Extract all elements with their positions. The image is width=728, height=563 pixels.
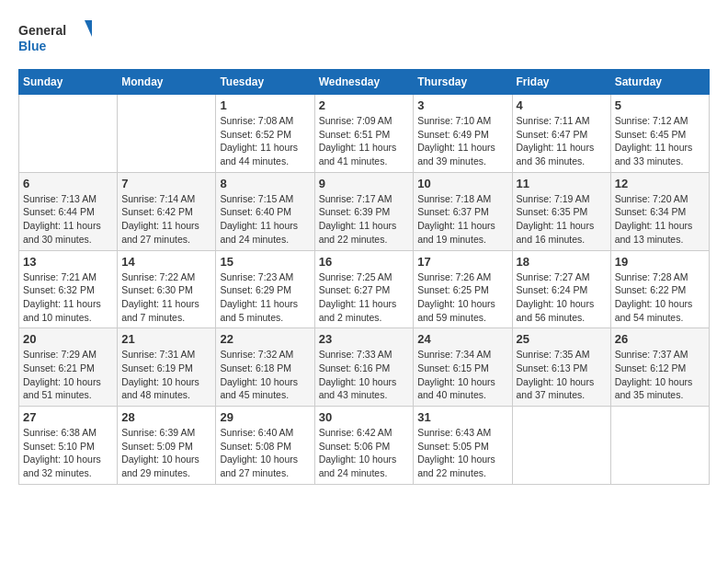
day-info: Sunrise: 6:39 AM Sunset: 5:09 PM Dayligh… <box>121 426 211 480</box>
day-number: 22 <box>220 332 310 346</box>
logo-svg: General Blue <box>18 18 92 60</box>
day-info: Sunrise: 7:32 AM Sunset: 6:18 PM Dayligh… <box>220 348 310 402</box>
day-number: 25 <box>517 332 607 346</box>
calendar-week-row: 1Sunrise: 7:08 AM Sunset: 6:52 PM Daylig… <box>19 95 710 173</box>
calendar-cell: 1Sunrise: 7:08 AM Sunset: 6:52 PM Daylig… <box>216 95 314 173</box>
calendar-cell: 11Sunrise: 7:19 AM Sunset: 6:35 PM Dayli… <box>512 172 610 250</box>
calendar-cell <box>512 407 610 485</box>
day-number: 11 <box>517 177 607 190</box>
calendar-cell: 26Sunrise: 7:37 AM Sunset: 6:12 PM Dayli… <box>610 328 709 407</box>
calendar-cell: 13Sunrise: 7:21 AM Sunset: 6:32 PM Dayli… <box>19 250 118 328</box>
day-info: Sunrise: 7:28 AM Sunset: 6:22 PM Dayligh… <box>615 270 705 325</box>
weekday-header: Friday <box>512 70 610 95</box>
weekday-header: Sunday <box>19 70 118 95</box>
calendar-cell: 24Sunrise: 7:34 AM Sunset: 6:15 PM Dayli… <box>414 328 512 407</box>
day-number: 26 <box>615 332 705 346</box>
day-info: Sunrise: 7:17 AM Sunset: 6:39 PM Dayligh… <box>319 192 410 247</box>
day-number: 12 <box>615 177 705 190</box>
day-info: Sunrise: 7:20 AM Sunset: 6:34 PM Dayligh… <box>615 192 705 247</box>
day-number: 20 <box>23 332 113 346</box>
day-number: 6 <box>23 177 113 190</box>
calendar-cell: 12Sunrise: 7:20 AM Sunset: 6:34 PM Dayli… <box>610 172 709 250</box>
calendar-cell: 10Sunrise: 7:18 AM Sunset: 6:37 PM Dayli… <box>414 172 512 250</box>
svg-marker-2 <box>85 20 92 37</box>
day-number: 17 <box>417 255 507 269</box>
calendar-cell: 30Sunrise: 6:42 AM Sunset: 5:06 PM Dayli… <box>314 407 414 485</box>
calendar-week-row: 27Sunrise: 6:38 AM Sunset: 5:10 PM Dayli… <box>19 407 710 485</box>
calendar-cell: 31Sunrise: 6:43 AM Sunset: 5:05 PM Dayli… <box>414 407 512 485</box>
day-number: 4 <box>517 98 607 112</box>
logo: General Blue <box>18 18 92 60</box>
calendar-week-row: 6Sunrise: 7:13 AM Sunset: 6:44 PM Daylig… <box>19 172 710 250</box>
calendar-cell: 21Sunrise: 7:31 AM Sunset: 6:19 PM Dayli… <box>118 328 216 407</box>
svg-text:Blue: Blue <box>18 39 47 53</box>
calendar-week-row: 13Sunrise: 7:21 AM Sunset: 6:32 PM Dayli… <box>19 250 710 328</box>
calendar-cell <box>19 95 118 173</box>
day-number: 14 <box>121 255 211 269</box>
day-info: Sunrise: 7:29 AM Sunset: 6:21 PM Dayligh… <box>23 348 113 402</box>
day-info: Sunrise: 6:42 AM Sunset: 5:06 PM Dayligh… <box>319 426 410 480</box>
weekday-header-row: SundayMondayTuesdayWednesdayThursdayFrid… <box>19 70 710 95</box>
page-header: General Blue <box>18 18 710 60</box>
day-info: Sunrise: 6:40 AM Sunset: 5:08 PM Dayligh… <box>220 426 310 480</box>
day-info: Sunrise: 6:43 AM Sunset: 5:05 PM Dayligh… <box>417 426 507 480</box>
day-number: 3 <box>417 98 507 112</box>
calendar-cell <box>118 95 216 173</box>
day-number: 29 <box>220 410 310 424</box>
calendar-cell: 19Sunrise: 7:28 AM Sunset: 6:22 PM Dayli… <box>610 250 709 328</box>
calendar-cell: 22Sunrise: 7:32 AM Sunset: 6:18 PM Dayli… <box>216 328 314 407</box>
day-number: 31 <box>417 410 507 424</box>
day-number: 8 <box>220 177 310 190</box>
weekday-header: Thursday <box>414 70 512 95</box>
day-info: Sunrise: 7:15 AM Sunset: 6:40 PM Dayligh… <box>220 192 310 247</box>
day-number: 5 <box>615 98 705 112</box>
day-number: 28 <box>121 410 211 424</box>
day-number: 7 <box>121 177 211 190</box>
day-number: 19 <box>615 255 705 269</box>
svg-text:General: General <box>18 23 66 38</box>
calendar-cell: 9Sunrise: 7:17 AM Sunset: 6:39 PM Daylig… <box>314 172 414 250</box>
calendar-week-row: 20Sunrise: 7:29 AM Sunset: 6:21 PM Dayli… <box>19 328 710 407</box>
day-number: 15 <box>220 255 310 269</box>
calendar-cell: 20Sunrise: 7:29 AM Sunset: 6:21 PM Dayli… <box>19 328 118 407</box>
day-number: 27 <box>23 410 113 424</box>
calendar-cell: 23Sunrise: 7:33 AM Sunset: 6:16 PM Dayli… <box>314 328 414 407</box>
day-info: Sunrise: 6:38 AM Sunset: 5:10 PM Dayligh… <box>23 426 113 480</box>
weekday-header: Tuesday <box>216 70 314 95</box>
calendar-cell: 18Sunrise: 7:27 AM Sunset: 6:24 PM Dayli… <box>512 250 610 328</box>
day-info: Sunrise: 7:12 AM Sunset: 6:45 PM Dayligh… <box>615 114 705 168</box>
day-number: 18 <box>517 255 607 269</box>
day-number: 30 <box>319 410 410 424</box>
weekday-header: Saturday <box>610 70 709 95</box>
calendar-cell: 25Sunrise: 7:35 AM Sunset: 6:13 PM Dayli… <box>512 328 610 407</box>
day-info: Sunrise: 7:31 AM Sunset: 6:19 PM Dayligh… <box>121 348 211 402</box>
day-number: 21 <box>121 332 211 346</box>
day-info: Sunrise: 7:10 AM Sunset: 6:49 PM Dayligh… <box>417 114 507 168</box>
calendar-cell: 29Sunrise: 6:40 AM Sunset: 5:08 PM Dayli… <box>216 407 314 485</box>
day-info: Sunrise: 7:08 AM Sunset: 6:52 PM Dayligh… <box>220 114 310 168</box>
day-info: Sunrise: 7:35 AM Sunset: 6:13 PM Dayligh… <box>517 348 607 402</box>
day-number: 16 <box>319 255 410 269</box>
day-info: Sunrise: 7:34 AM Sunset: 6:15 PM Dayligh… <box>417 348 507 402</box>
calendar-cell: 3Sunrise: 7:10 AM Sunset: 6:49 PM Daylig… <box>414 95 512 173</box>
calendar-cell: 17Sunrise: 7:26 AM Sunset: 6:25 PM Dayli… <box>414 250 512 328</box>
calendar-cell: 2Sunrise: 7:09 AM Sunset: 6:51 PM Daylig… <box>314 95 414 173</box>
calendar-cell: 8Sunrise: 7:15 AM Sunset: 6:40 PM Daylig… <box>216 172 314 250</box>
calendar-cell: 16Sunrise: 7:25 AM Sunset: 6:27 PM Dayli… <box>314 250 414 328</box>
day-number: 24 <box>417 332 507 346</box>
calendar-cell: 14Sunrise: 7:22 AM Sunset: 6:30 PM Dayli… <box>118 250 216 328</box>
calendar-cell: 28Sunrise: 6:39 AM Sunset: 5:09 PM Dayli… <box>118 407 216 485</box>
day-info: Sunrise: 7:22 AM Sunset: 6:30 PM Dayligh… <box>121 270 211 325</box>
calendar-cell: 27Sunrise: 6:38 AM Sunset: 5:10 PM Dayli… <box>19 407 118 485</box>
calendar-cell: 5Sunrise: 7:12 AM Sunset: 6:45 PM Daylig… <box>610 95 709 173</box>
calendar-cell: 15Sunrise: 7:23 AM Sunset: 6:29 PM Dayli… <box>216 250 314 328</box>
day-info: Sunrise: 7:27 AM Sunset: 6:24 PM Dayligh… <box>517 270 607 325</box>
day-number: 10 <box>417 177 507 190</box>
weekday-header: Wednesday <box>314 70 414 95</box>
day-number: 13 <box>23 255 113 269</box>
day-number: 9 <box>319 177 410 190</box>
calendar-cell: 4Sunrise: 7:11 AM Sunset: 6:47 PM Daylig… <box>512 95 610 173</box>
day-number: 2 <box>319 98 410 112</box>
day-info: Sunrise: 7:33 AM Sunset: 6:16 PM Dayligh… <box>319 348 410 402</box>
day-info: Sunrise: 7:18 AM Sunset: 6:37 PM Dayligh… <box>417 192 507 247</box>
